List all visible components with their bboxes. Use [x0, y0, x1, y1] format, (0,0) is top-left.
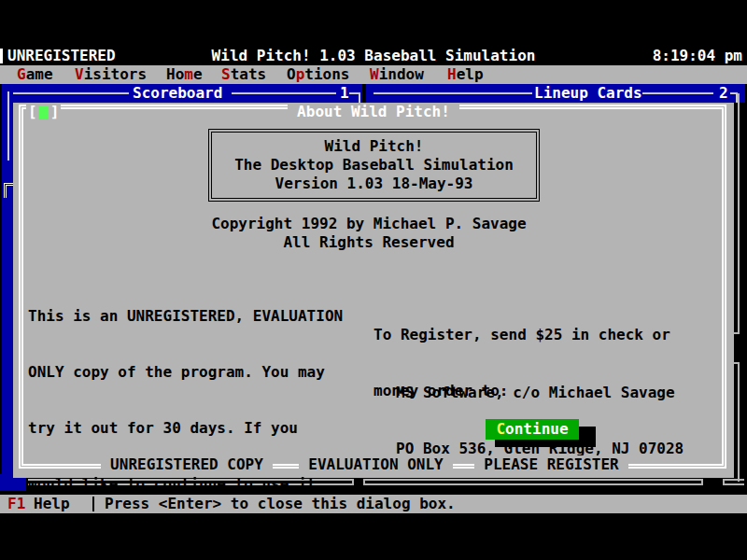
- frame-line: [374, 92, 532, 94]
- menu-item-options[interactable]: Options: [287, 65, 349, 84]
- about-box-line2: The Desktop Baseball Simulation: [212, 156, 536, 175]
- window-scoreboard-titlebar[interactable]: Scoreboard 1: [2, 84, 362, 103]
- close-icon: [39, 105, 49, 119]
- frame-line: [7, 91, 9, 161]
- window-scoreboard-number: 1: [340, 84, 349, 103]
- dialog-title: About Wild Pitch!: [288, 103, 459, 121]
- continue-button[interactable]: Continue: [486, 419, 579, 440]
- menu-item-game[interactable]: Game: [17, 65, 53, 84]
- window-lineup-title: Lineup Cards: [534, 84, 642, 103]
- frame-corner: [352, 479, 354, 485]
- window-lineup-number: 2: [719, 84, 728, 103]
- window-lineup-titlebar[interactable]: Lineup Cards 2: [366, 84, 745, 103]
- paragraph-line: would like to continue to use it,: [28, 475, 343, 494]
- address-line1: MS Software, c/o Michael Savage: [396, 384, 684, 402]
- window-lineup-right-edge: [738, 93, 740, 334]
- unregistered-label: UNREGISTERED: [7, 47, 116, 65]
- menu-item-home[interactable]: Home: [166, 65, 203, 84]
- about-dialog: About Wild Pitch! [ ] Wild Pitch! The De…: [13, 103, 734, 478]
- copyright-block: Copyright 1992 by Michael P. Savage All …: [13, 215, 725, 252]
- menu-item-help[interactable]: Help: [447, 65, 484, 84]
- close-bracket-right: ]: [50, 103, 60, 121]
- f1-help-key[interactable]: F1: [7, 495, 25, 513]
- about-box: Wild Pitch! The Desktop Baseball Simulat…: [208, 129, 540, 202]
- window-bottom-line: [723, 483, 744, 485]
- frame-corner: [701, 479, 703, 485]
- clock: 8:19:04 pm: [653, 47, 742, 65]
- frame-line: [232, 92, 336, 94]
- window-scoreboard-title: Scoreboard: [133, 84, 222, 103]
- dialog-title-row: About Wild Pitch!: [13, 103, 734, 121]
- frame-corner: [359, 92, 360, 103]
- register-line1: To Register, send $25 in check or: [374, 326, 670, 344]
- footer-please-register: PLEASE REGISTER: [474, 455, 628, 474]
- menu-item-stats[interactable]: Stats: [221, 65, 266, 84]
- window-lineup-right-edge: [738, 362, 740, 482]
- frame-line: [642, 92, 713, 94]
- screen: Wild Pitch! 1.03 Baseball Simulation UNR…: [0, 0, 747, 560]
- about-box-line3: Version 1.03 18-May-93: [212, 175, 536, 193]
- evaluation-paragraph: This is an UNREGISTERED, EVALUATION ONLY…: [28, 270, 343, 560]
- paragraph-line: you’ll have to register. When you: [28, 531, 343, 550]
- menu-item-visitors[interactable]: Visitors: [75, 65, 147, 84]
- paragraph-line: ONLY copy of the program. You may: [28, 363, 343, 382]
- close-bracket-left: [: [28, 103, 37, 121]
- menu-item-window[interactable]: Window: [370, 65, 424, 84]
- footer-unregistered-copy: UNREGISTERED COPY: [101, 455, 273, 474]
- frame-line: [9, 92, 129, 94]
- window-bottom-line: [723, 479, 744, 481]
- copyright-line1: Copyright 1992 by Michael P. Savage: [13, 215, 725, 233]
- menu-bar: Game Visitors Home Stats Options Window …: [0, 65, 747, 84]
- footer-evaluation-only: EVALUATION ONLY: [299, 455, 453, 474]
- paragraph-line: This is an UNREGISTERED, EVALUATION: [28, 307, 343, 326]
- about-box-line1: Wild Pitch!: [212, 137, 536, 156]
- paragraph-line: try it out for 30 days. If you: [28, 419, 343, 438]
- close-button[interactable]: [ ]: [26, 103, 61, 121]
- title-bar: Wild Pitch! 1.03 Baseball Simulation UNR…: [0, 47, 747, 65]
- copyright-line2: All Rights Reserved: [13, 233, 725, 252]
- frame-corner: [4, 183, 13, 198]
- frame-corner: [723, 479, 725, 485]
